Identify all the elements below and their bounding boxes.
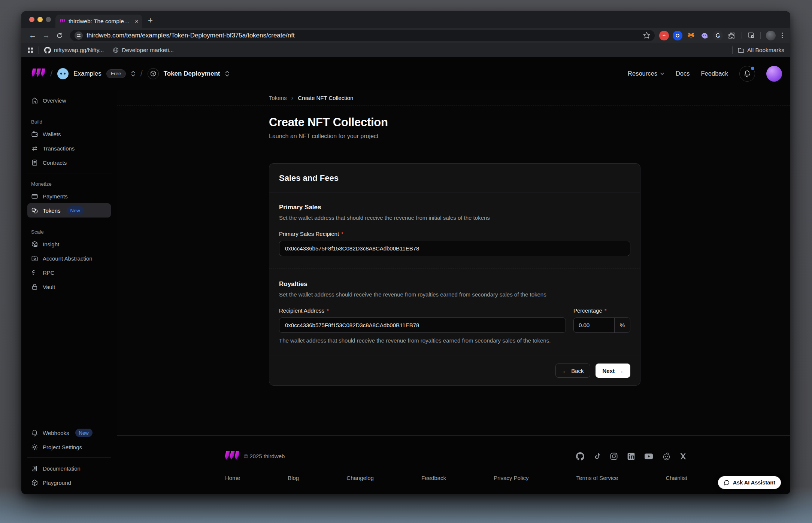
next-button[interactable]: Next → xyxy=(596,364,630,378)
team-switcher-icon[interactable] xyxy=(131,70,136,77)
bookmark-star-icon[interactable] xyxy=(643,32,650,39)
youtube-icon[interactable] xyxy=(644,453,653,460)
extension-icon-red[interactable] xyxy=(659,31,669,40)
all-bookmarks-button[interactable]: All Bookmarks xyxy=(738,47,784,54)
footer-thirdweb-logo[interactable] xyxy=(223,451,239,462)
sidebar-label: Account Abstraction xyxy=(43,255,93,262)
coins-icon xyxy=(31,207,38,214)
royalty-recipient-label: Recipient Address xyxy=(279,307,324,314)
required-asterisk: * xyxy=(327,307,329,314)
feedback-link[interactable]: Feedback xyxy=(701,70,728,77)
project-switcher-icon[interactable] xyxy=(225,70,230,77)
ask-ai-assistant-button[interactable]: Ask AI Assistant xyxy=(718,476,781,489)
bookmark-developer[interactable]: Developer marketi... xyxy=(113,47,174,54)
thirdweb-logo[interactable] xyxy=(30,69,45,79)
sidebar-divider xyxy=(27,221,111,221)
metamask-extension-icon[interactable] xyxy=(686,31,696,40)
extensions-puzzle-icon[interactable] xyxy=(727,32,736,39)
resources-menu[interactable]: Resources xyxy=(628,70,664,77)
browser-tab[interactable]: thirdweb: The complete web3 × xyxy=(55,15,142,28)
github-icon[interactable] xyxy=(576,452,584,460)
footer-link-terms-of-service[interactable]: Terms of Service xyxy=(576,475,618,481)
notification-dot xyxy=(751,67,754,70)
bookmarks-bar: niftyswap.gg/Nifty... Developer marketi.… xyxy=(21,43,790,57)
macos-minimize-button[interactable] xyxy=(37,17,43,22)
notifications-button[interactable] xyxy=(739,66,755,82)
back-button[interactable]: ← Back xyxy=(555,364,590,378)
footer-link-chainlist[interactable]: Chainlist xyxy=(666,475,687,481)
wallet-icon xyxy=(31,131,38,138)
apps-grid-icon[interactable] xyxy=(27,47,33,53)
tiktok-icon[interactable] xyxy=(593,452,601,460)
project-cube-icon[interactable] xyxy=(148,68,159,79)
address-bar[interactable]: thirdweb.com/team/examples/Token-Deploym… xyxy=(70,30,655,41)
footer-link-feedback[interactable]: Feedback xyxy=(421,475,446,481)
tab-search-icon[interactable] xyxy=(747,31,755,39)
sidebar-item-vault[interactable]: Vault xyxy=(27,280,111,294)
site-settings-icon[interactable] xyxy=(75,31,83,40)
tab-close-icon[interactable]: × xyxy=(134,18,139,25)
page-header: Create NFT Collection Launch an NFT coll… xyxy=(117,106,790,151)
royalties-description: Set the wallet address should receive th… xyxy=(279,291,630,298)
sidebar-item-webhooks[interactable]: Webhooks New xyxy=(27,426,111,440)
page-subtitle: Launch an NFT collection for your projec… xyxy=(269,133,790,140)
browser-toolbar: ← → thirdweb.com/team/examples/Token-Dep… xyxy=(21,28,790,43)
royalty-recipient-input[interactable] xyxy=(279,317,566,333)
sidebar-item-transactions[interactable]: Transactions xyxy=(27,141,111,155)
sidebar-item-wallets[interactable]: Wallets xyxy=(27,127,111,141)
footer-link-changelog[interactable]: Changelog xyxy=(346,475,374,481)
sidebar-item-payments[interactable]: Payments xyxy=(27,189,111,203)
team-name[interactable]: Examples xyxy=(73,70,102,77)
linkedin-icon[interactable] xyxy=(627,452,635,460)
royalty-percentage-field: % xyxy=(573,317,630,333)
url-text[interactable]: thirdweb.com/team/examples/Token-Deploym… xyxy=(87,32,639,39)
bookmark-niftyswap[interactable]: niftyswap.gg/Nifty... xyxy=(44,47,104,54)
sidebar-item-project-settings[interactable]: Project Settings xyxy=(27,440,111,454)
x-icon[interactable] xyxy=(680,453,687,460)
primary-sales-recipient-input[interactable] xyxy=(279,241,630,256)
sidebar-item-documentation[interactable]: Documentation xyxy=(27,461,111,475)
macos-close-button[interactable] xyxy=(29,17,34,22)
macos-zoom-button[interactable] xyxy=(46,17,51,22)
team-avatar[interactable] xyxy=(57,68,69,79)
reddit-icon[interactable] xyxy=(662,452,671,460)
sidebar-item-insight[interactable]: Insight xyxy=(27,237,111,251)
sidebar-label: Project Settings xyxy=(43,444,82,450)
sidebar-label: Documentation xyxy=(43,465,81,472)
project-name[interactable]: Token Deployment xyxy=(164,70,220,77)
instagram-icon[interactable] xyxy=(610,452,618,460)
footer-link-blog[interactable]: Blog xyxy=(288,475,299,481)
browser-menu-icon[interactable] xyxy=(779,33,785,38)
bookmark-label: niftyswap.gg/Nifty... xyxy=(54,47,104,54)
sidebar-label: Insight xyxy=(43,241,59,247)
user-avatar[interactable] xyxy=(766,66,782,82)
phantom-extension-icon[interactable] xyxy=(700,31,709,40)
forward-icon[interactable]: → xyxy=(40,30,52,42)
bookmark-label: Developer marketi... xyxy=(122,47,174,54)
sidebar-divider xyxy=(27,173,111,173)
reload-icon[interactable] xyxy=(54,30,66,42)
footer-link-privacy-policy[interactable]: Privacy Policy xyxy=(494,475,528,481)
sidebar-item-overview[interactable]: Overview xyxy=(27,93,111,107)
docs-link[interactable]: Docs xyxy=(676,70,690,77)
sidebar-item-contracts[interactable]: Contracts xyxy=(27,155,111,170)
site-footer: © 2025 thirdweb Home Bl xyxy=(117,435,790,494)
sidebar-label: Overview xyxy=(43,97,66,104)
footer-link-home[interactable]: Home xyxy=(225,475,240,481)
sidebar-item-rpc[interactable]: RPC xyxy=(27,265,111,280)
sidebar-item-account-abstraction[interactable]: Account Abstraction xyxy=(27,251,111,265)
bookmarks-right-divider xyxy=(732,46,733,54)
new-tab-button[interactable]: + xyxy=(148,16,153,25)
breadcrumb-current: Create NFT Collection xyxy=(298,95,353,101)
sidebar-item-playground[interactable]: Playground xyxy=(27,475,111,490)
breadcrumb-tokens[interactable]: Tokens xyxy=(269,95,287,101)
sidebar-item-tokens[interactable]: Tokens New xyxy=(27,203,111,218)
extension-icon-blue[interactable] xyxy=(673,31,682,40)
percent-suffix: % xyxy=(614,318,630,332)
chevron-down-icon xyxy=(660,72,664,75)
extension-icon-dark[interactable] xyxy=(713,31,723,40)
bell-icon xyxy=(744,70,751,77)
back-icon[interactable]: ← xyxy=(27,30,39,42)
royalty-percentage-input[interactable] xyxy=(574,318,614,332)
browser-profile-avatar[interactable] xyxy=(766,31,776,40)
